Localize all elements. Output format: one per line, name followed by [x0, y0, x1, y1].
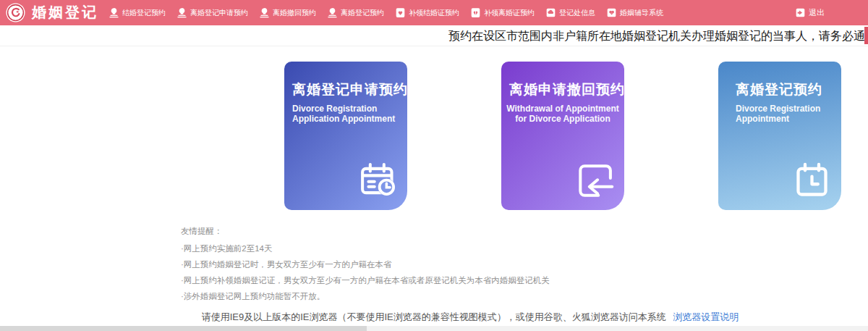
nav-item-label: 离婚撤回预约	[273, 8, 316, 18]
calendar-time-icon	[791, 160, 833, 201]
card-title: 离婚登记预约	[718, 80, 841, 99]
logout-icon	[795, 7, 806, 18]
notice-incoming-sliver	[864, 27, 868, 44]
footer-browser-note: 请使用IE9及以上版本的IE浏览器（不要使用IE浏览器的兼容性视图模式），或使用…	[202, 311, 666, 322]
stamp-icon	[109, 7, 119, 18]
nav-item-label: 结婚登记预约	[122, 8, 166, 18]
certificate-heart-icon	[395, 7, 406, 18]
card-divorce-registration-appointment[interactable]: 离婚登记预约 Divorce Registration Appointment	[718, 62, 841, 210]
marriage-registration-logo-icon	[6, 3, 25, 22]
cards-row: 离婚登记申请预约 Divorce Registration Applicatio…	[284, 62, 841, 210]
nav-item-reissue-divorce-certificate[interactable]: 补领离婚证预约	[470, 7, 535, 18]
nav-item-divorce-registration-appointment[interactable]: 离婚登记预约	[327, 7, 384, 18]
stamp-icon	[176, 7, 187, 18]
nav-item-label: 登记处信息	[559, 8, 595, 18]
nav-item-divorce-application-appointment[interactable]: 离婚登记申请预约	[176, 7, 248, 18]
app-title: 婚姻登记	[32, 3, 98, 22]
notice-marquee: 预约在设区市范围内非户籍所在地婚姻登记机关办理婚姻登记的当事人，请务必通过网	[448, 29, 868, 44]
nav-item-marriage-counseling-system[interactable]: 婚姻辅导系统	[606, 7, 663, 18]
card-divorce-withdrawal-appointment[interactable]: 离婚申请撤回预约 Withdrawal of Appointment for D…	[501, 62, 624, 210]
nav-item-label: 补领结婚证预约	[409, 8, 459, 18]
reminder-section: 友情提醒： ·网上预约实施前2至14天 ·网上预约婚姻登记时，男女双方至少有一方…	[181, 223, 550, 304]
nav-item-label: 补领离婚证预约	[484, 8, 535, 18]
card-subtitle: Withdrawal of Appointment for Divorce Ap…	[501, 104, 624, 124]
withdraw-arrow-icon	[574, 160, 616, 201]
nav-item-label: 离婚登记申请预约	[190, 8, 248, 18]
stamp-icon	[327, 7, 338, 18]
card-divorce-registration-application-appointment[interactable]: 离婚登记申请预约 Divorce Registration Applicatio…	[284, 62, 407, 210]
reminder-item: ·网上预约补领婚姻登记证，男女双方至少有一方的户籍在本省或者原登记机关为本省内婚…	[181, 272, 550, 288]
nav-item-reissue-marriage-certificate[interactable]: 补领结婚证预约	[395, 7, 459, 18]
stamp-icon	[259, 7, 270, 18]
counseling-icon	[606, 7, 617, 18]
calendar-clock-icon	[357, 160, 399, 201]
nav-item-divorce-withdrawal-appointment[interactable]: 离婚撤回预约	[259, 7, 316, 18]
nav-item-label: 婚姻辅导系统	[620, 8, 663, 18]
browser-settings-link[interactable]: 浏览器设置说明	[673, 311, 739, 322]
card-subtitle: Divorce Registration Appointment	[718, 104, 841, 124]
card-subtitle: Divorce Registration Application Appoint…	[284, 104, 407, 124]
reminder-item: ·网上预约实施前2至14天	[181, 240, 550, 256]
logout-label: 退出	[809, 7, 825, 18]
reminder-heading: 友情提醒：	[181, 223, 550, 239]
nav-item-marriage-registration[interactable]: 结婚登记预约	[109, 7, 166, 18]
horizontal-scrollbar[interactable]	[0, 326, 868, 331]
logout-button[interactable]: 退出	[795, 7, 825, 18]
footer: 请使用IE9及以上版本的IE浏览器（不要使用IE浏览器的兼容性视图模式），或使用…	[0, 311, 868, 324]
nav-item-registry-info[interactable]: 登记处信息	[545, 7, 595, 18]
reminder-item: ·网上预约婚姻登记时，男女双方至少有一方的户籍在本省	[181, 256, 550, 272]
notice-bar: 预约在设区市范围内非户籍所在地婚姻登记机关办理婚姻登记的当事人，请务必通过网	[0, 25, 868, 46]
card-title: 离婚登记申请预约	[284, 80, 407, 99]
nav-item-label: 离婚登记预约	[341, 8, 384, 18]
registry-info-icon	[545, 7, 556, 18]
card-title: 离婚申请撤回预约	[501, 80, 624, 99]
app-header: 婚姻登记 结婚登记预约 离婚登记申请预约 离婚撤回预约	[0, 0, 868, 25]
main-nav: 结婚登记预约 离婚登记申请预约 离婚撤回预约 离婚登	[109, 7, 795, 18]
reminder-item: ·涉外婚姻登记网上预约功能暂不开放。	[181, 288, 550, 304]
certificate-heart-icon	[470, 7, 481, 18]
scrollbar-thumb[interactable]	[0, 326, 367, 331]
